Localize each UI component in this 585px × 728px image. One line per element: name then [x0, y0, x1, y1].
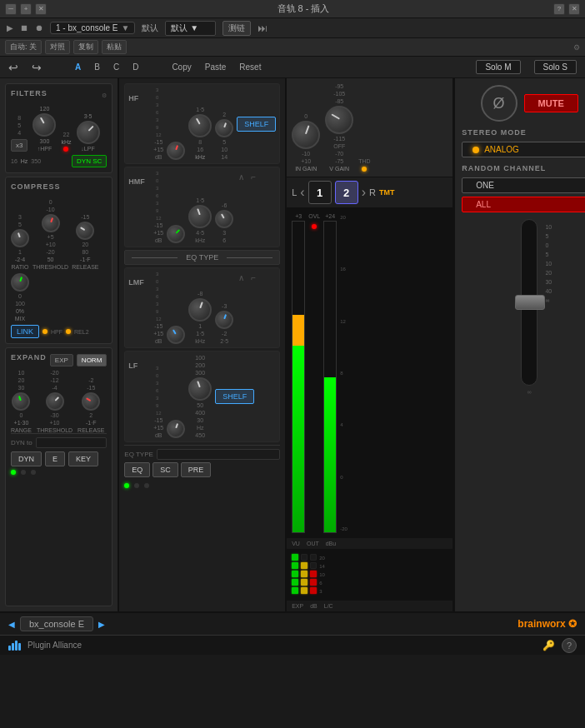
- hf-freq-knob[interactable]: [188, 114, 212, 137]
- transport-record[interactable]: ⏺: [35, 23, 43, 32]
- dyn-button[interactable]: DYN: [11, 451, 42, 466]
- right-panel: 0 -10 +10 IN GAIN -95 -105 -85 -115 OFF …: [287, 78, 585, 611]
- exp-button[interactable]: EXP: [50, 354, 73, 366]
- lf-shelf-button[interactable]: SHELF: [215, 389, 254, 404]
- track-selector[interactable]: 1 - bx_console E ▼: [50, 22, 135, 34]
- hf-q-knob[interactable]: [215, 119, 233, 137]
- eq-led-3: [144, 483, 149, 488]
- dyn-sc-button[interactable]: DYN SC: [72, 155, 107, 167]
- release-knob[interactable]: [76, 222, 94, 240]
- compare-button[interactable]: 对照: [45, 40, 70, 54]
- hf-label: HF: [128, 87, 148, 102]
- title-bar: ─ + ✕ 音轨 8 - 插入 ? ✕: [0, 0, 585, 18]
- close-x-button[interactable]: ✕: [568, 3, 580, 15]
- ch-left-arrow[interactable]: ‹: [300, 185, 304, 200]
- lpf-freq-knob[interactable]: [77, 121, 100, 144]
- preset-dropdown[interactable]: 默认 ▼: [165, 21, 216, 36]
- slot-d-button[interactable]: D: [132, 62, 138, 72]
- bottom-back-icon[interactable]: ◀: [8, 620, 15, 629]
- hmf-band: HMF 30363912 -15 +15 dB 1·5 4·5: [124, 167, 280, 247]
- hmf-freq-knob[interactable]: [188, 205, 212, 228]
- eq-to-input[interactable]: [157, 449, 280, 460]
- ch-right-arrow[interactable]: ›: [362, 185, 366, 200]
- solo-s-button[interactable]: Solo S: [534, 60, 577, 74]
- lmf-gain-knob[interactable]: [167, 326, 185, 344]
- hpf-freq-knob[interactable]: [32, 113, 56, 137]
- stereo-mode-section: STEREO MODE ANALOG: [462, 128, 585, 157]
- lmf-freq-knob[interactable]: [188, 298, 212, 322]
- hmf-q-knob[interactable]: [215, 210, 233, 228]
- analog-button[interactable]: ANALOG: [462, 142, 585, 157]
- meter-scale: 201612840-20: [340, 213, 348, 533]
- expand-release-knob[interactable]: [82, 392, 100, 411]
- key-icon[interactable]: 🔑: [542, 640, 555, 651]
- redo-button[interactable]: ↪: [32, 61, 42, 74]
- led-matrix: 20141063: [287, 549, 452, 601]
- transport-stop[interactable]: ⏹: [20, 23, 28, 32]
- link-button[interactable]: LINK: [11, 325, 39, 338]
- auto-off-button[interactable]: 自动: 关: [5, 40, 42, 54]
- transport-play[interactable]: ▶: [7, 23, 13, 32]
- help-button[interactable]: ?: [553, 3, 565, 15]
- e-button[interactable]: E: [45, 451, 65, 466]
- reset-button[interactable]: Reset: [239, 62, 261, 72]
- all-button[interactable]: ALL: [462, 197, 585, 212]
- fader-track[interactable]: 10 5 0 5 10 20 30 40 ∞: [521, 219, 538, 386]
- fader-thumb[interactable]: [515, 295, 545, 310]
- v-gain-knob[interactable]: [325, 106, 353, 134]
- paste-button[interactable]: 粘贴: [102, 40, 127, 54]
- help-icon[interactable]: ?: [562, 638, 577, 653]
- mute-button[interactable]: MUTE: [524, 94, 578, 112]
- copy-action-button[interactable]: Copy: [172, 62, 191, 72]
- one-button[interactable]: ONE: [462, 177, 585, 193]
- next-insert-button[interactable]: ⏭: [258, 22, 268, 34]
- norm-button[interactable]: NORM: [77, 354, 107, 366]
- db2-label: dB: [310, 603, 318, 609]
- dbu-label: dBu: [326, 541, 336, 546]
- far-right-controls: Ø MUTE STEREO MODE ANALOG RANDOM CHANNEL…: [453, 78, 585, 611]
- minimize-button[interactable]: ─: [5, 3, 17, 15]
- paste-action-button[interactable]: Paste: [205, 62, 227, 72]
- channel-1-button[interactable]: 1: [308, 181, 332, 204]
- dyn-to-input[interactable]: [36, 437, 108, 448]
- filters-settings-icon[interactable]: ⚙: [102, 92, 107, 99]
- key-button[interactable]: KEY: [68, 451, 98, 466]
- eq-mode-eq-button[interactable]: EQ: [124, 462, 150, 477]
- expand-threshold-knob[interactable]: [46, 392, 64, 411]
- close-button[interactable]: ✕: [35, 3, 47, 15]
- hpf-led: [63, 147, 68, 152]
- lf-gain-knob[interactable]: [167, 420, 185, 438]
- eq-mode-sc-button[interactable]: SC: [152, 462, 178, 477]
- test-chain-button[interactable]: 测链: [222, 21, 251, 36]
- edit-toolbar: ↩ ↪ A B C D Copy Paste Reset Solo M Solo…: [0, 57, 585, 78]
- eq-mode-pre-button[interactable]: PRE: [181, 462, 212, 477]
- bottom-forward-icon[interactable]: ▶: [98, 620, 105, 629]
- compress-section: COMPRESS 3 5 1 -2·4 RATIO 0 -10 +5 +10: [5, 177, 112, 344]
- in-gain-knob[interactable]: [292, 121, 320, 149]
- phase-button[interactable]: Ø: [481, 85, 518, 122]
- solo-m-button[interactable]: Solo M: [476, 60, 520, 74]
- threshold-knob[interactable]: [42, 214, 60, 232]
- hmf-gain-knob[interactable]: [167, 225, 185, 243]
- ratio-knob[interactable]: [11, 229, 29, 247]
- slot-c-button[interactable]: C: [113, 62, 119, 72]
- lmf-q-knob[interactable]: [215, 311, 233, 329]
- copy-button[interactable]: 复制: [73, 40, 98, 54]
- slot-a-button[interactable]: A: [75, 62, 81, 72]
- channel-2-button[interactable]: 2: [335, 181, 358, 204]
- x3-button[interactable]: x3: [11, 139, 28, 152]
- hf-gain-knob[interactable]: [167, 142, 185, 160]
- lf-freq-knob[interactable]: [188, 377, 212, 401]
- pin-button[interactable]: +: [20, 3, 32, 15]
- right-meter: [323, 221, 337, 533]
- settings-icon[interactable]: ⚙: [573, 43, 580, 52]
- slot-b-button[interactable]: B: [94, 62, 100, 72]
- lf-band: LF 30363912 -15 +15 dB 100 200 300: [124, 351, 280, 442]
- hf-shelf-button[interactable]: SHELF: [237, 117, 276, 132]
- filters-section: FILTERS ⚙ 8 5 4 x3 120 300 ↑HPF 22: [5, 83, 112, 173]
- undo-button[interactable]: ↩: [8, 61, 18, 74]
- mix-knob[interactable]: [11, 273, 29, 292]
- range-knob[interactable]: [12, 392, 30, 411]
- eq-led-2: [134, 483, 139, 488]
- window-controls[interactable]: ─ + ✕: [5, 3, 47, 15]
